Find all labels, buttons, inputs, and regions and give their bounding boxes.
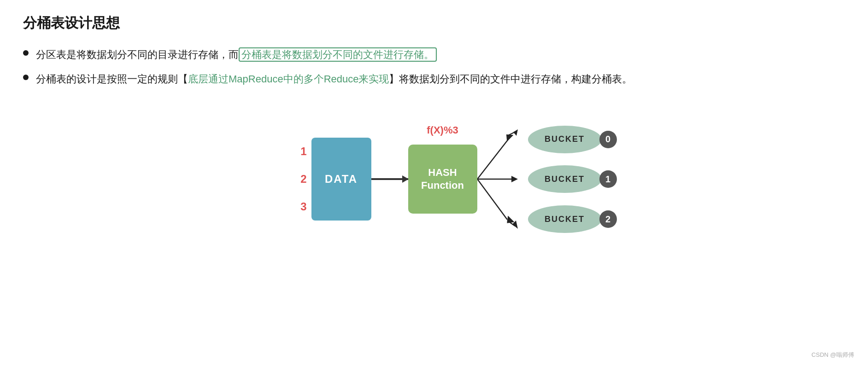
highlighted-text-1: 分桶表是将数据划分不同的文件进行存储。 [239,47,437,62]
bucket-number-0: 0 [599,131,617,148]
list-item-2: 分桶表的设计是按照一定的规则【底层通过MapReduce中的多个Reduce来实… [23,71,845,87]
page-title: 分桶表设计思想 [23,14,845,33]
text-before-2: 分桶表的设计是按照一定的规则【 [36,73,188,85]
arrows-svg [477,119,523,239]
bucket-number-1: 1 [599,170,617,188]
bucket-number-2: 2 [599,210,617,228]
svg-marker-5 [511,176,518,182]
data-box: DATA [311,138,371,221]
buckets-column: BUCKET 0 BUCKET 1 BUCKET 2 [528,119,617,239]
highlighted-bracket-2: 底层通过MapReduce中的多个Reduce来实现 [188,73,389,85]
bullet-text-1: 分区表是将数据划分不同的目录进行存储，而分桶表是将数据划分不同的文件进行存储。 [36,46,437,63]
number-2: 2 [298,173,307,186]
number-1: 1 [298,145,307,158]
bullet-list: 分区表是将数据划分不同的目录进行存储，而分桶表是将数据划分不同的文件进行存储。 … [23,46,845,87]
bullet-dot-2 [23,75,29,80]
arrow-data-to-hash [371,178,408,180]
text-after-2: 】将数据划分到不同的文件中进行存储，构建分桶表。 [389,73,632,85]
bullet-dot [23,50,29,56]
fx-label: f(X)%3 [427,124,458,137]
bucket-ellipse-0: BUCKET [528,126,602,153]
svg-marker-1 [503,131,513,142]
svg-marker-3 [513,129,518,136]
list-item: 分区表是将数据划分不同的目录进行存储，而分桶表是将数据划分不同的文件进行存储。 [23,46,845,63]
footer: CSDN @嗡师傅 [811,351,854,359]
left-numbers: 1 2 3 [298,138,307,221]
bucket-ellipse-1: BUCKET [528,165,602,193]
hash-function-box: f(X)%3 HASH Function [408,145,477,214]
bucket-item-2: BUCKET 2 [528,205,617,233]
diagram-container: 1 2 3 DATA f(X)%3 HASH Function [23,105,845,253]
number-3: 3 [298,200,307,213]
text-before-1: 分区表是将数据划分不同的目录进行存储，而 [36,49,239,60]
bucket-item-1: BUCKET 1 [528,165,617,193]
diagram-wrapper: 1 2 3 DATA f(X)%3 HASH Function [298,119,617,239]
bullet-text-2: 分桶表的设计是按照一定的规则【底层通过MapReduce中的多个Reduce来实… [36,71,632,87]
bucket-ellipse-2: BUCKET [528,205,602,233]
bucket-item-0: BUCKET 0 [528,126,617,153]
svg-line-0 [477,138,510,179]
svg-line-6 [477,179,507,220]
